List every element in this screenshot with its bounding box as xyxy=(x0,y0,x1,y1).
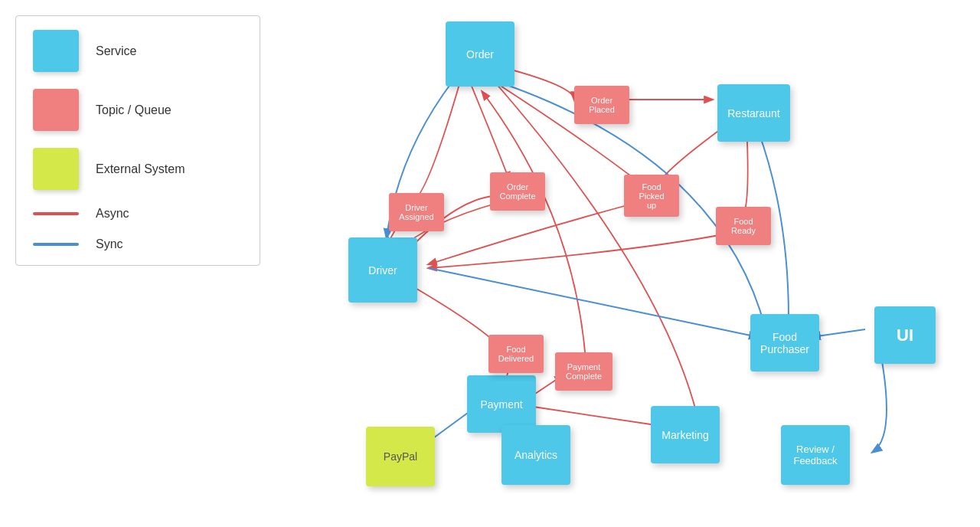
legend-item-queue: Topic / Queue xyxy=(33,89,243,131)
legend-line-async xyxy=(33,212,79,215)
node-order-placed[interactable]: Order Placed xyxy=(574,86,629,124)
node-food-delivered[interactable]: Food Delivered xyxy=(488,335,544,373)
node-payment-complete[interactable]: Payment Complete xyxy=(555,352,612,391)
node-payment[interactable]: Payment xyxy=(467,375,536,433)
node-ui[interactable]: UI xyxy=(874,306,936,364)
node-order-complete[interactable]: Order Complete xyxy=(490,172,545,211)
legend-item-external: External System xyxy=(33,148,243,190)
legend-label-async: Async xyxy=(96,207,129,221)
legend-label-sync: Sync xyxy=(96,237,123,251)
node-paypal[interactable]: PayPal xyxy=(366,427,435,486)
legend-label-service: Service xyxy=(96,44,136,58)
legend-box-service xyxy=(33,30,79,72)
legend: Service Topic / Queue External System As… xyxy=(15,15,260,266)
node-analytics[interactable]: Analytics xyxy=(501,425,570,485)
node-marketing[interactable]: Marketing xyxy=(651,406,720,463)
node-food-ready[interactable]: Food Ready xyxy=(716,207,771,245)
legend-item-async: Async xyxy=(33,207,243,221)
legend-line-sync xyxy=(33,243,79,246)
legend-box-queue xyxy=(33,89,79,131)
legend-box-external xyxy=(33,148,79,190)
node-restaraunt[interactable]: Restaraunt xyxy=(717,84,790,142)
legend-item-sync: Sync xyxy=(33,237,243,251)
node-driver[interactable]: Driver xyxy=(348,237,417,303)
legend-label-queue: Topic / Queue xyxy=(96,103,172,117)
node-driver-assigned[interactable]: Driver Assigned xyxy=(389,193,444,231)
node-food-picked-up[interactable]: Food Picked up xyxy=(624,175,679,217)
node-review-feedback[interactable]: Review / Feedback xyxy=(781,425,850,485)
node-order[interactable]: Order xyxy=(446,21,514,87)
legend-label-external: External System xyxy=(96,162,185,176)
diagram: Order Restaraunt Driver Payment Food Pur… xyxy=(276,0,980,527)
node-food-purchaser[interactable]: Food Purchaser xyxy=(750,314,819,372)
legend-item-service: Service xyxy=(33,30,243,72)
